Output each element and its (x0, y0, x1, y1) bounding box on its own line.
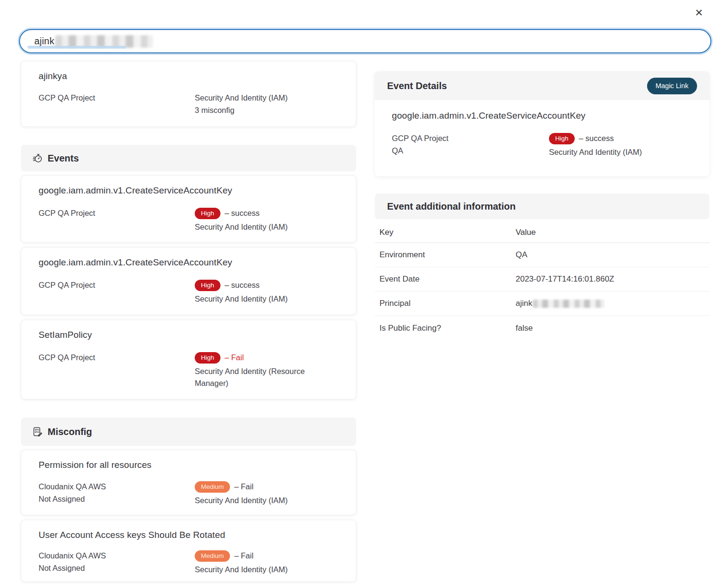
detail-event-account: GCP QA Project (392, 132, 549, 145)
misconfig-result-card[interactable]: Permission for all resources Cloudanix Q… (21, 450, 356, 515)
table-header-row: Key Value (375, 222, 709, 243)
event-category: Security And Identity (IAM) (195, 293, 339, 305)
principal-visible-text: ajink (516, 299, 532, 308)
detail-event-category: Security And Identity (IAM) (549, 146, 692, 159)
event-status: – success (225, 207, 259, 220)
detail-event-environment: QA (392, 145, 549, 157)
event-category: Security And Identity (IAM) (195, 221, 339, 233)
event-result-card[interactable]: SetIamPolicy GCP QA Project High – Fail … (21, 320, 356, 399)
event-title: SetIamPolicy (39, 330, 339, 340)
severity-badge: High (549, 133, 575, 145)
misconfig-result-card[interactable]: User Account Access keys Should Be Rotat… (21, 520, 356, 582)
misconfig-title: User Account Access keys Should Be Rotat… (39, 530, 339, 540)
misconfig-section-header: Misconfig (21, 417, 356, 446)
row-key: Is Public Facing? (379, 324, 516, 333)
detail-event-title: google.iam.admin.v1.CreateServiceAccount… (392, 111, 692, 121)
event-result-card[interactable]: google.iam.admin.v1.CreateServiceAccount… (21, 175, 356, 243)
resource-title: ajinkya (39, 71, 339, 81)
close-icon[interactable]: ✕ (692, 6, 706, 20)
search-results-column: ajinkya GCP QA Project Security And Iden… (21, 61, 356, 587)
magic-link-button[interactable]: Magic Link (647, 78, 697, 94)
event-status: – success (225, 279, 259, 292)
event-status: – Fail (225, 352, 244, 364)
severity-badge: High (195, 352, 220, 364)
key-column-header: Key (379, 228, 516, 237)
row-key: Environment (379, 250, 516, 260)
redacted-principal-text (533, 300, 604, 308)
table-row: Event Date 2023-07-17T14:16:01.860Z (375, 267, 709, 292)
misconfig-assignee: Not Assigned (39, 493, 195, 506)
table-row: Is Public Facing? false (375, 316, 709, 340)
misconfig-category: Security And Identity (IAM) (195, 495, 339, 507)
row-value: QA (516, 250, 705, 260)
misconfig-assignee: Not Assigned (39, 562, 195, 575)
value-column-header: Value (516, 228, 705, 237)
events-section-label: Events (48, 153, 79, 164)
search-input[interactable]: ajink (19, 29, 711, 53)
row-key: Event Date (379, 274, 516, 284)
misconfig-status: – Fail (234, 550, 253, 562)
misconfig-section-label: Misconfig (48, 426, 92, 437)
event-account: GCP QA Project (39, 352, 195, 390)
table-row: Principal ajink (375, 292, 709, 316)
events-section-header: Events (21, 145, 356, 172)
event-details-card: google.iam.admin.v1.CreateServiceAccount… (375, 100, 709, 176)
event-details-title: Event Details (387, 81, 447, 91)
row-value: 2023-07-17T14:16:01.860Z (516, 274, 705, 284)
event-category: Security And Identity (Resource Manager) (195, 365, 319, 390)
event-account: GCP QA Project (39, 207, 195, 233)
misconfig-account: Cloudanix QA AWS (39, 481, 195, 493)
row-value: ajink (516, 299, 705, 308)
additional-info-title: Event additional information (387, 201, 516, 212)
severity-badge: Medium (195, 481, 230, 493)
search-text-underline (28, 46, 126, 49)
misconfig-category: Security And Identity (IAM) (195, 564, 339, 576)
row-key: Principal (379, 299, 516, 308)
misconfig-account: Cloudanix QA AWS (39, 550, 195, 562)
additional-info-header: Event additional information (375, 193, 709, 219)
detail-event-status: – success (579, 132, 614, 145)
table-row: Environment QA (375, 243, 709, 267)
event-title: google.iam.admin.v1.CreateServiceAccount… (39, 185, 339, 196)
event-details-panel: Event Details Magic Link google.iam.admi… (375, 71, 709, 340)
severity-badge: High (195, 280, 220, 292)
event-details-header: Event Details Magic Link (375, 71, 709, 100)
severity-badge: Medium (195, 550, 230, 562)
stopwatch-icon (32, 153, 43, 163)
additional-info-table: Key Value Environment QA Event Date 2023… (375, 222, 709, 340)
checklist-pencil-icon (32, 426, 43, 437)
event-account: GCP QA Project (39, 279, 195, 305)
misconfig-title: Permission for all resources (39, 460, 339, 470)
resource-misconfig-count: 3 misconfig (195, 104, 339, 117)
event-title: google.iam.admin.v1.CreateServiceAccount… (39, 257, 339, 268)
search-input-value: ajink (34, 36, 54, 47)
resource-result-card[interactable]: ajinkya GCP QA Project Security And Iden… (21, 61, 356, 127)
resource-category: Security And Identity (IAM) (195, 92, 339, 104)
severity-badge: High (195, 208, 220, 220)
misconfig-status: – Fail (234, 481, 253, 493)
event-result-card[interactable]: google.iam.admin.v1.CreateServiceAccount… (21, 247, 356, 315)
row-value: false (516, 324, 705, 333)
resource-account: GCP QA Project (39, 92, 195, 116)
